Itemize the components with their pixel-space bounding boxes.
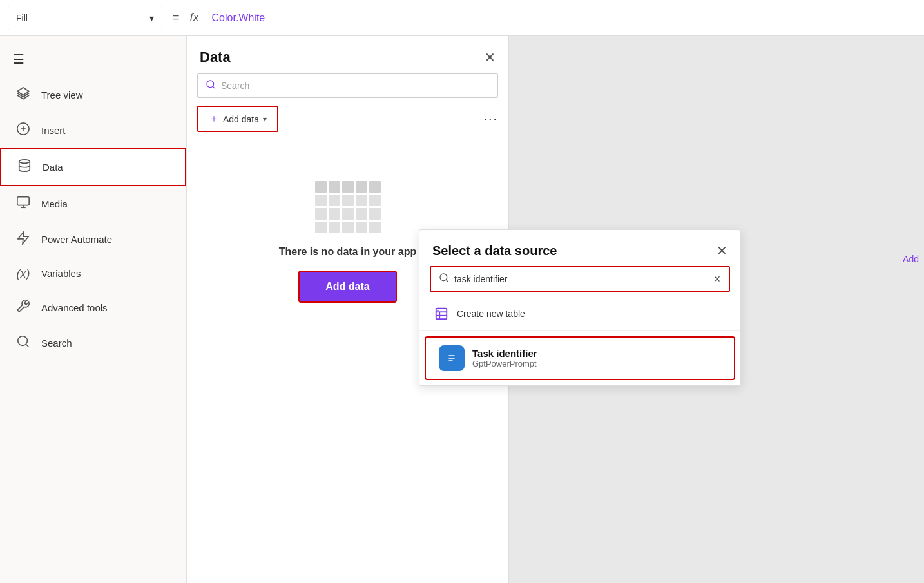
svg-line-9 bbox=[26, 344, 28, 347]
plus-circle-icon bbox=[15, 122, 31, 139]
svg-marker-7 bbox=[18, 232, 29, 244]
formula-bar: Fill ▾ = fx Color.White bbox=[0, 0, 924, 36]
chevron-down-icon: ▾ bbox=[263, 115, 267, 124]
fill-dropdown-label: Fill bbox=[16, 13, 28, 23]
clear-search-button[interactable]: ✕ bbox=[713, 274, 721, 284]
svg-point-10 bbox=[207, 81, 214, 88]
empty-state-text: There is no data in your app bbox=[279, 246, 416, 258]
fx-icon: fx bbox=[190, 11, 199, 24]
task-identifier-sub: GptPowerPrompt bbox=[472, 359, 537, 368]
table-placeholder-icon bbox=[315, 181, 381, 233]
layers-icon bbox=[15, 86, 31, 104]
data-panel-close-button[interactable]: ✕ bbox=[485, 50, 496, 65]
svg-line-13 bbox=[446, 280, 448, 282]
data-panel-title: Data bbox=[200, 49, 231, 66]
add-data-center-button[interactable]: Add data bbox=[298, 271, 396, 303]
data-source-panel: Select a data source ✕ ✕ bbox=[419, 229, 741, 386]
database-icon bbox=[17, 158, 32, 176]
hamburger-menu[interactable]: ☰ bbox=[0, 41, 186, 77]
sidebar-item-label-media: Media bbox=[41, 198, 68, 209]
add-data-center-label: Add data bbox=[325, 281, 369, 292]
data-source-title: Select a data source bbox=[432, 244, 557, 258]
content-area: Data ✕ ＋ Add data ▾ bbox=[187, 36, 924, 583]
task-identifier-icon bbox=[439, 345, 465, 371]
svg-point-4 bbox=[19, 160, 30, 164]
sidebar-item-label-variables: Variables bbox=[41, 268, 81, 279]
sidebar-item-label-tree-view: Tree view bbox=[41, 90, 82, 100]
sidebar: ☰ Tree view Insert bbox=[0, 36, 187, 583]
sidebar-item-search[interactable]: Search bbox=[0, 325, 186, 361]
sidebar-item-power-automate[interactable]: Power Automate bbox=[0, 222, 186, 257]
data-source-search-box: ✕ bbox=[430, 266, 730, 292]
data-panel-search-input[interactable] bbox=[221, 81, 490, 91]
data-panel-search-box bbox=[197, 73, 498, 98]
data-source-search-input[interactable] bbox=[454, 274, 708, 284]
equals-symbol: = bbox=[170, 11, 182, 24]
chevron-down-icon: ▾ bbox=[149, 13, 154, 23]
sidebar-item-label-data: Data bbox=[43, 162, 63, 173]
sidebar-item-label-search: Search bbox=[41, 338, 72, 349]
svg-rect-5 bbox=[17, 197, 29, 205]
add-right-text[interactable]: Add bbox=[898, 249, 924, 269]
plus-icon: ＋ bbox=[209, 112, 219, 126]
main-layout: ☰ Tree view Insert bbox=[0, 36, 924, 583]
sidebar-item-label-advanced-tools: Advanced tools bbox=[41, 302, 108, 313]
create-table-label: Create new table bbox=[457, 309, 525, 319]
create-table-icon bbox=[432, 305, 450, 323]
sidebar-item-media[interactable]: Media bbox=[0, 186, 186, 222]
sidebar-item-data[interactable]: Data bbox=[0, 148, 186, 186]
media-icon bbox=[15, 195, 31, 213]
sidebar-item-advanced-tools[interactable]: Advanced tools bbox=[0, 290, 186, 325]
add-data-button-label: Add data bbox=[223, 114, 259, 124]
task-identifier-row[interactable]: Task identifier GptPowerPrompt bbox=[425, 336, 735, 380]
svg-point-18 bbox=[437, 309, 438, 311]
task-identifier-info: Task identifier GptPowerPrompt bbox=[472, 348, 537, 368]
search-sidebar-icon bbox=[15, 334, 31, 352]
svg-line-11 bbox=[213, 86, 215, 88]
tools-icon bbox=[15, 299, 31, 316]
hamburger-icon: ☰ bbox=[13, 52, 24, 66]
formula-value: Color.White bbox=[212, 12, 265, 24]
data-source-close-button[interactable]: ✕ bbox=[717, 243, 727, 258]
task-identifier-name: Task identifier bbox=[472, 348, 537, 359]
sidebar-item-insert[interactable]: Insert bbox=[0, 113, 186, 148]
data-panel-header: Data ✕ bbox=[187, 36, 508, 73]
more-options-button[interactable]: ··· bbox=[483, 111, 498, 126]
add-data-bar: ＋ Add data ▾ ··· bbox=[197, 106, 498, 132]
data-source-header: Select a data source ✕ bbox=[419, 230, 740, 266]
sidebar-item-variables[interactable]: (x) Variables bbox=[0, 257, 186, 290]
svg-point-8 bbox=[18, 336, 28, 346]
sidebar-item-tree-view[interactable]: Tree view bbox=[0, 77, 186, 113]
add-data-button[interactable]: ＋ Add data ▾ bbox=[197, 106, 278, 132]
search-data-source-icon bbox=[439, 272, 449, 285]
create-new-table-row[interactable]: Create new table bbox=[419, 297, 740, 331]
variable-icon: (x) bbox=[15, 266, 31, 281]
sidebar-item-label-power-automate: Power Automate bbox=[41, 234, 112, 245]
svg-point-12 bbox=[440, 274, 447, 281]
sidebar-item-label-insert: Insert bbox=[41, 125, 66, 136]
power-automate-icon bbox=[15, 231, 31, 248]
fill-dropdown[interactable]: Fill ▾ bbox=[8, 6, 162, 30]
search-icon bbox=[206, 79, 216, 92]
